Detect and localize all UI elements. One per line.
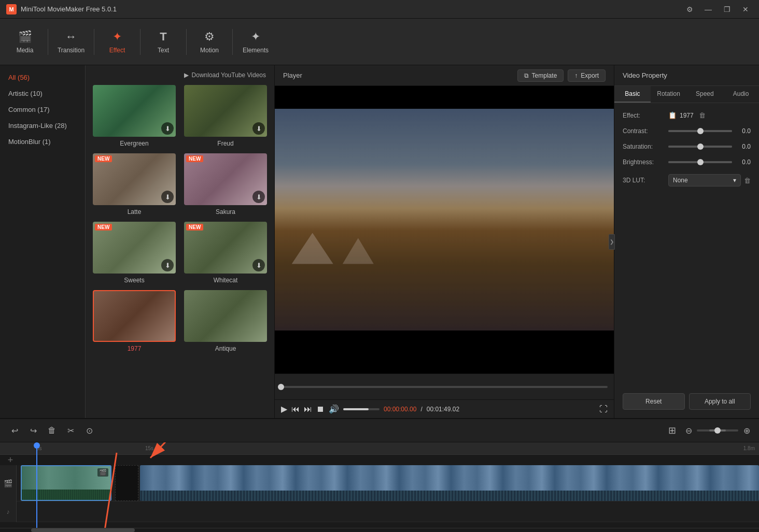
tool-motion[interactable]: ⚙ Motion bbox=[189, 21, 230, 63]
effect-sakura[interactable]: NEW ⬇ Sakura bbox=[183, 153, 268, 215]
latte-new-badge: NEW bbox=[95, 155, 112, 162]
clip-thumbnail: 🎬 bbox=[22, 466, 110, 490]
effect-delete-icon[interactable]: 🗑 bbox=[699, 111, 706, 119]
fullscreen-button[interactable]: ⛶ bbox=[599, 405, 608, 414]
download-latte-btn[interactable]: ⬇ bbox=[161, 191, 174, 203]
effects-header: ▶ Download YouTube Videos bbox=[90, 69, 270, 83]
minimize-button[interactable]: — bbox=[701, 2, 715, 17]
download-whitecat-btn[interactable]: ⬇ bbox=[252, 259, 265, 271]
category-all[interactable]: All (56) bbox=[0, 69, 85, 85]
delete-button[interactable]: 🗑 bbox=[44, 422, 60, 439]
export-icon: ↑ bbox=[574, 72, 578, 79]
volume-button[interactable]: 🔊 bbox=[329, 404, 339, 414]
effect-evergreen[interactable]: ⬇ Evergreen bbox=[92, 85, 177, 147]
tool-media[interactable]: 🎬 Media bbox=[4, 21, 46, 63]
contrast-slider[interactable] bbox=[668, 130, 732, 132]
timeline-toolbar: ↩ ↪ 🗑 ✂ ⊙ ⊞ ⊖ ⊕ bbox=[0, 419, 759, 442]
volume-slider[interactable] bbox=[343, 408, 380, 410]
brightness-slider[interactable] bbox=[668, 161, 732, 163]
next-frame-button[interactable]: ⏭ bbox=[304, 405, 312, 414]
download-evergreen-btn[interactable]: ⬇ bbox=[161, 122, 174, 135]
layout-button[interactable]: ⊞ bbox=[664, 422, 680, 439]
property-buttons: Reset Apply to all bbox=[614, 393, 759, 418]
video-track-label: 🎬 bbox=[0, 465, 17, 501]
categories-list: All (56) Artistic (10) Common (17) Insta… bbox=[0, 65, 86, 418]
window-controls: ⚙ — ❐ ✕ bbox=[682, 2, 753, 17]
chevron-down-icon: ▾ bbox=[733, 177, 736, 184]
title-bar: M MiniTool MovieMaker Free 5.0.1 ⚙ — ❐ ✕ bbox=[0, 0, 759, 19]
template-button[interactable]: ⧉ Template bbox=[517, 69, 564, 82]
zoom-out-button[interactable]: ⊖ bbox=[682, 424, 695, 437]
tab-speed[interactable]: Speed bbox=[687, 86, 723, 103]
tool-transition[interactable]: ↔ Transition bbox=[50, 21, 92, 63]
play-button[interactable]: ▶ bbox=[281, 404, 287, 414]
effect-freud[interactable]: ⬇ Freud bbox=[183, 85, 268, 147]
download-freud-btn[interactable]: ⬇ bbox=[252, 122, 265, 135]
download-sakura-btn[interactable]: ⬇ bbox=[252, 191, 265, 203]
category-common[interactable]: Common (17) bbox=[0, 102, 85, 118]
cut-button[interactable]: ✂ bbox=[62, 422, 79, 439]
toolbar-divider-5 bbox=[232, 29, 233, 55]
maximize-button[interactable]: ❐ bbox=[720, 2, 734, 17]
tool-elements[interactable]: ✦ Elements bbox=[235, 21, 276, 63]
main-clip-wave bbox=[140, 491, 759, 501]
effect-sakura-label: Sakura bbox=[216, 208, 235, 215]
record-button[interactable]: ⊙ bbox=[81, 422, 97, 439]
player-header-buttons: ⧉ Template ↑ Export bbox=[517, 69, 606, 82]
elements-icon: ✦ bbox=[251, 30, 260, 44]
saturation-value: 0.0 bbox=[735, 143, 751, 150]
download-label[interactable]: Download YouTube Videos bbox=[192, 71, 266, 79]
saturation-row: Saturation: 0.0 bbox=[623, 143, 751, 150]
effect-antique[interactable]: Antique bbox=[183, 290, 268, 352]
effects-grid-area: ▶ Download YouTube Videos ⬇ Evergreen ⬇ … bbox=[86, 65, 274, 418]
app-title: MiniTool MovieMaker Free 5.0.1 bbox=[21, 5, 682, 13]
effect-antique-label: Antique bbox=[215, 345, 236, 352]
prev-frame-button[interactable]: ⏮ bbox=[291, 405, 300, 414]
lut-delete-icon[interactable]: 🗑 bbox=[744, 177, 751, 184]
zoom-controls: ⊞ ⊖ ⊕ bbox=[664, 422, 753, 439]
progress-bar[interactable] bbox=[281, 386, 608, 388]
effect-freud-thumb: ⬇ bbox=[184, 85, 267, 137]
redo-button[interactable]: ↪ bbox=[25, 422, 41, 439]
effect-1977-thumb bbox=[93, 290, 176, 342]
effect-latte[interactable]: NEW ⬇ Latte bbox=[92, 153, 177, 215]
effect-1977[interactable]: 1977 bbox=[92, 290, 177, 352]
timeline-tracks: + 🎬 🎬 bbox=[0, 455, 759, 528]
properties-title: Video Property bbox=[614, 65, 759, 86]
tab-basic[interactable]: Basic bbox=[614, 86, 651, 103]
reset-button[interactable]: Reset bbox=[623, 393, 685, 410]
export-button[interactable]: ↑ Export bbox=[568, 69, 606, 82]
stop-button[interactable]: ⏹ bbox=[316, 405, 325, 414]
scrollbar-thumb[interactable] bbox=[31, 528, 135, 532]
tab-audio[interactable]: Audio bbox=[723, 86, 759, 103]
effect-whitecat[interactable]: NEW ⬇ Whitecat bbox=[183, 222, 268, 284]
brightness-controls: 0.0 bbox=[668, 159, 751, 166]
tool-effect[interactable]: ✦ Effect bbox=[96, 21, 138, 63]
tool-text[interactable]: T Text bbox=[143, 21, 184, 63]
category-instagram[interactable]: Instagram-Like (28) bbox=[0, 118, 85, 134]
video-clip-selected[interactable]: 🎬 bbox=[21, 465, 111, 501]
panel-collapse-handle[interactable]: ❯ bbox=[609, 234, 615, 250]
main-clip-audio bbox=[140, 491, 759, 501]
zoom-slider[interactable] bbox=[697, 429, 738, 432]
category-motionblur[interactable]: MotionBlur (1) bbox=[0, 134, 85, 150]
brightness-row: Brightness: 0.0 bbox=[623, 159, 751, 166]
lut-value: None bbox=[673, 177, 688, 184]
zoom-in-button[interactable]: ⊕ bbox=[740, 424, 753, 437]
saturation-controls: 0.0 bbox=[668, 143, 751, 150]
lut-controls: None ▾ 🗑 bbox=[668, 174, 751, 186]
category-artistic[interactable]: Artistic (10) bbox=[0, 85, 85, 102]
timeline-scrollbar[interactable] bbox=[0, 528, 759, 532]
effect-sweets[interactable]: NEW ⬇ Sweets bbox=[92, 222, 177, 284]
lut-dropdown[interactable]: None ▾ bbox=[668, 174, 741, 186]
effect-sweets-label: Sweets bbox=[124, 277, 144, 284]
time-total: 00:01:49.02 bbox=[427, 406, 459, 413]
apply-all-button[interactable]: Apply to all bbox=[689, 393, 751, 410]
download-sweets-btn[interactable]: ⬇ bbox=[161, 259, 174, 271]
close-button[interactable]: ✕ bbox=[738, 2, 753, 17]
undo-button[interactable]: ↩ bbox=[6, 422, 23, 439]
settings-button[interactable]: ⚙ bbox=[682, 2, 697, 17]
main-video-clip[interactable] bbox=[140, 465, 759, 501]
saturation-slider[interactable] bbox=[668, 146, 732, 148]
tab-rotation[interactable]: Rotation bbox=[651, 86, 687, 103]
